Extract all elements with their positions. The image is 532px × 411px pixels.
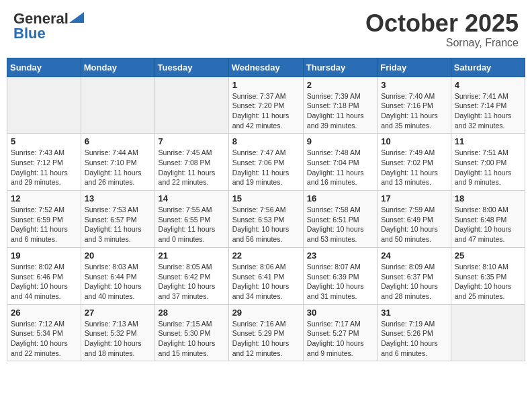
day-info: Sunrise: 7:16 AMSunset: 5:29 PMDaylight:… <box>232 319 300 359</box>
calendar-cell: 30Sunrise: 7:17 AMSunset: 5:27 PMDayligh… <box>303 304 377 361</box>
day-info: Sunrise: 7:52 AMSunset: 6:59 PMDaylight:… <box>11 205 77 244</box>
calendar-cell: 12Sunrise: 7:52 AMSunset: 6:59 PMDayligh… <box>7 191 81 248</box>
day-number: 2 <box>307 80 373 90</box>
calendar-cell: 18Sunrise: 8:00 AMSunset: 6:48 PMDayligh… <box>451 191 525 248</box>
calendar-week-2: 5Sunrise: 7:43 AMSunset: 7:12 PMDaylight… <box>7 134 525 191</box>
day-number: 28 <box>159 308 225 318</box>
day-number: 23 <box>307 250 373 261</box>
day-info: Sunrise: 8:03 AMSunset: 6:44 PMDaylight:… <box>85 262 151 302</box>
day-info: Sunrise: 7:12 AMSunset: 5:34 PMDaylight:… <box>11 319 77 359</box>
calendar-cell: 19Sunrise: 8:02 AMSunset: 6:46 PMDayligh… <box>7 247 81 304</box>
weekday-saturday: Saturday <box>451 58 525 77</box>
day-info: Sunrise: 7:17 AMSunset: 5:27 PMDaylight:… <box>307 319 373 359</box>
calendar-cell: 8Sunrise: 7:47 AMSunset: 7:06 PMDaylight… <box>228 134 303 191</box>
calendar-cell: 27Sunrise: 7:13 AMSunset: 5:32 PMDayligh… <box>81 304 154 361</box>
day-number: 7 <box>159 136 225 146</box>
calendar-cell: 16Sunrise: 7:58 AMSunset: 6:51 PMDayligh… <box>303 191 377 248</box>
day-number: 11 <box>455 136 521 146</box>
calendar-table: SundayMondayTuesdayWednesdayThursdayFrid… <box>7 58 525 362</box>
calendar-cell: 17Sunrise: 7:59 AMSunset: 6:49 PMDayligh… <box>378 191 451 248</box>
weekday-sunday: Sunday <box>7 58 81 77</box>
calendar-cell: 2Sunrise: 7:39 AMSunset: 7:18 PMDaylight… <box>303 77 377 134</box>
day-number: 30 <box>307 308 373 318</box>
calendar-cell: 11Sunrise: 7:51 AMSunset: 7:00 PMDayligh… <box>451 134 525 191</box>
day-info: Sunrise: 7:59 AMSunset: 6:49 PMDaylight:… <box>381 205 447 244</box>
calendar-cell: 9Sunrise: 7:48 AMSunset: 7:04 PMDaylight… <box>303 134 377 191</box>
calendar-cell: 23Sunrise: 8:07 AMSunset: 6:39 PMDayligh… <box>303 247 377 304</box>
logo: General Blue <box>13 10 84 42</box>
calendar-cell: 10Sunrise: 7:49 AMSunset: 7:02 PMDayligh… <box>378 134 451 191</box>
page-header: General Blue October 2025 Sornay, France <box>7 7 525 52</box>
day-info: Sunrise: 8:07 AMSunset: 6:39 PMDaylight:… <box>307 262 373 302</box>
day-number: 31 <box>381 308 447 318</box>
calendar-body: 1Sunrise: 7:37 AMSunset: 7:20 PMDaylight… <box>7 77 525 361</box>
calendar-cell <box>451 304 525 361</box>
calendar-cell: 29Sunrise: 7:16 AMSunset: 5:29 PMDayligh… <box>228 304 303 361</box>
calendar-cell: 15Sunrise: 7:56 AMSunset: 6:53 PMDayligh… <box>228 191 303 248</box>
day-info: Sunrise: 8:06 AMSunset: 6:41 PMDaylight:… <box>232 262 300 302</box>
calendar-week-1: 1Sunrise: 7:37 AMSunset: 7:20 PMDaylight… <box>7 77 525 134</box>
day-number: 29 <box>232 308 300 318</box>
calendar-cell <box>154 77 228 134</box>
day-number: 5 <box>11 136 77 146</box>
day-info: Sunrise: 7:15 AMSunset: 5:30 PMDaylight:… <box>159 319 225 359</box>
day-number: 3 <box>381 80 447 90</box>
location: Sornay, France <box>365 37 519 49</box>
calendar-cell: 5Sunrise: 7:43 AMSunset: 7:12 PMDaylight… <box>7 134 81 191</box>
weekday-tuesday: Tuesday <box>154 58 228 77</box>
calendar-cell: 31Sunrise: 7:19 AMSunset: 5:26 PMDayligh… <box>378 304 451 361</box>
day-info: Sunrise: 7:45 AMSunset: 7:08 PMDaylight:… <box>159 148 225 187</box>
calendar-cell <box>81 77 154 134</box>
day-info: Sunrise: 7:56 AMSunset: 6:53 PMDaylight:… <box>232 205 300 244</box>
day-number: 27 <box>85 308 151 318</box>
day-number: 10 <box>381 136 447 146</box>
day-info: Sunrise: 7:44 AMSunset: 7:10 PMDaylight:… <box>85 148 151 187</box>
day-number: 22 <box>232 250 300 261</box>
day-number: 19 <box>11 250 77 261</box>
calendar-cell: 7Sunrise: 7:45 AMSunset: 7:08 PMDaylight… <box>154 134 228 191</box>
day-number: 8 <box>232 136 300 146</box>
day-number: 4 <box>455 80 521 90</box>
day-number: 1 <box>232 80 300 90</box>
calendar-cell: 25Sunrise: 8:10 AMSunset: 6:35 PMDayligh… <box>451 247 525 304</box>
day-number: 21 <box>159 250 225 261</box>
day-number: 18 <box>455 193 521 203</box>
calendar-cell: 20Sunrise: 8:03 AMSunset: 6:44 PMDayligh… <box>81 247 154 304</box>
weekday-header-row: SundayMondayTuesdayWednesdayThursdayFrid… <box>7 58 525 77</box>
day-number: 14 <box>159 193 225 203</box>
weekday-monday: Monday <box>81 58 154 77</box>
calendar-cell: 26Sunrise: 7:12 AMSunset: 5:34 PMDayligh… <box>7 304 81 361</box>
day-info: Sunrise: 8:05 AMSunset: 6:42 PMDaylight:… <box>159 262 225 302</box>
day-info: Sunrise: 7:41 AMSunset: 7:14 PMDaylight:… <box>455 91 521 131</box>
day-info: Sunrise: 7:51 AMSunset: 7:00 PMDaylight:… <box>455 148 521 187</box>
calendar-week-4: 19Sunrise: 8:02 AMSunset: 6:46 PMDayligh… <box>7 247 525 304</box>
day-info: Sunrise: 7:55 AMSunset: 6:55 PMDaylight:… <box>159 205 225 244</box>
day-number: 16 <box>307 193 373 203</box>
logo-blue: Blue <box>13 25 46 42</box>
day-number: 26 <box>11 308 77 318</box>
calendar-cell: 1Sunrise: 7:37 AMSunset: 7:20 PMDaylight… <box>228 77 303 134</box>
calendar-cell: 21Sunrise: 8:05 AMSunset: 6:42 PMDayligh… <box>154 247 228 304</box>
day-number: 25 <box>455 250 521 261</box>
day-info: Sunrise: 8:00 AMSunset: 6:48 PMDaylight:… <box>455 205 521 244</box>
day-info: Sunrise: 7:43 AMSunset: 7:12 PMDaylight:… <box>11 148 77 187</box>
calendar-cell: 14Sunrise: 7:55 AMSunset: 6:55 PMDayligh… <box>154 191 228 248</box>
day-info: Sunrise: 7:58 AMSunset: 6:51 PMDaylight:… <box>307 205 373 244</box>
day-info: Sunrise: 7:48 AMSunset: 7:04 PMDaylight:… <box>307 148 373 187</box>
day-info: Sunrise: 8:02 AMSunset: 6:46 PMDaylight:… <box>11 262 77 302</box>
day-number: 6 <box>85 136 151 146</box>
day-info: Sunrise: 7:53 AMSunset: 6:57 PMDaylight:… <box>85 205 151 244</box>
calendar-cell: 4Sunrise: 7:41 AMSunset: 7:14 PMDaylight… <box>451 77 525 134</box>
day-number: 13 <box>85 193 151 203</box>
calendar-cell <box>7 77 81 134</box>
day-info: Sunrise: 8:10 AMSunset: 6:35 PMDaylight:… <box>455 262 521 302</box>
calendar-cell: 13Sunrise: 7:53 AMSunset: 6:57 PMDayligh… <box>81 191 154 248</box>
logo-wing-icon <box>69 12 84 23</box>
day-info: Sunrise: 7:49 AMSunset: 7:02 PMDaylight:… <box>381 148 447 187</box>
day-info: Sunrise: 7:13 AMSunset: 5:32 PMDaylight:… <box>85 319 151 359</box>
calendar-cell: 6Sunrise: 7:44 AMSunset: 7:10 PMDaylight… <box>81 134 154 191</box>
day-info: Sunrise: 7:19 AMSunset: 5:26 PMDaylight:… <box>381 319 447 359</box>
day-number: 12 <box>11 193 77 203</box>
calendar-week-5: 26Sunrise: 7:12 AMSunset: 5:34 PMDayligh… <box>7 304 525 361</box>
weekday-wednesday: Wednesday <box>228 58 303 77</box>
